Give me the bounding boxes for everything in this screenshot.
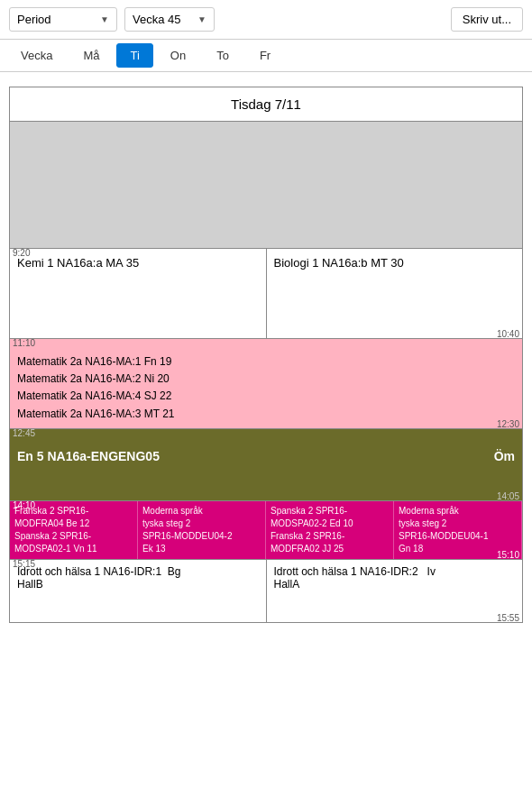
math-line-3: Matematik 2a NA16-MA:4 SJ 22 — [17, 388, 515, 405]
english-content: En 5 NA16a-ENGENG05 Öm — [17, 449, 515, 463]
day-tabs: Vecka Må Ti On To Fr — [0, 39, 532, 72]
row-idrott: 15:15 Idrott och hälsa 1 NA16-IDR:1 BgHa… — [10, 559, 522, 622]
lang-text-3: Spanska 2 SPR16-MODSPA02-2 Ed 10Franska … — [271, 506, 353, 554]
schedule: Tisdag 7/11 9:20 Kemi 1 NA16a:a MA 35 Bi… — [9, 87, 523, 623]
row-english[interactable]: 12:45 En 5 NA16a-ENGENG05 Öm 14:05 — [10, 428, 522, 500]
tab-ti[interactable]: Ti — [116, 43, 152, 68]
idrott-right[interactable]: Idrott och hälsa 1 NA16-IDR:2 IvHallA — [267, 560, 523, 622]
lang-text-2: Moderna språktyska steg 2SPR16-MODDEU04-… — [142, 506, 232, 554]
math-line-4: Matematik 2a NA16-MA:3 MT 21 — [17, 406, 515, 423]
lang-text-4: Moderna språktyska steg 2SPR16-MODDEU04-… — [399, 506, 488, 554]
time-1245: 12:45 — [13, 428, 35, 438]
lang-cell-3[interactable]: Spanska 2 SPR16-MODSPA02-2 Ed 10Franska … — [266, 501, 394, 559]
math-line-1: Matematik 2a NA16-MA:1 Fn 19 — [17, 353, 515, 371]
idrott-right-text: Idrott och hälsa 1 NA16-IDR:2 IvHallA — [274, 565, 436, 591]
tab-to[interactable]: To — [203, 43, 243, 68]
lang-cell-2[interactable]: Moderna språktyska steg 2SPR16-MODDEU04-… — [138, 501, 266, 559]
biologi-text: Biologi 1 NA16a:b MT 30 — [274, 256, 404, 270]
week-label: Vecka 45 — [133, 13, 181, 26]
tab-fr[interactable]: Fr — [246, 43, 284, 68]
time-920: 9:20 — [13, 248, 30, 258]
english-right: Öm — [494, 449, 515, 463]
time-1555: 15:55 — [497, 613, 519, 623]
english-left: En 5 NA16a-ENGENG05 — [17, 449, 160, 463]
math-line-2: Matematik 2a NA16-MA:2 Ni 20 — [17, 371, 515, 388]
morning-empty-block — [10, 122, 522, 248]
row-920: 9:20 Kemi 1 NA16a:a MA 35 Biologi 1 NA16… — [10, 248, 522, 338]
row-languages[interactable]: 14:10 Franska 2 SPR16-MODFRA04 Be 12Span… — [10, 500, 522, 559]
cell-kemi[interactable]: Kemi 1 NA16a:a MA 35 — [10, 249, 267, 338]
tab-ma[interactable]: Må — [69, 43, 113, 68]
time-1110: 11:10 — [13, 338, 35, 348]
period-dropdown-arrow: ▼ — [100, 14, 109, 24]
row-math[interactable]: 11:10 Matematik 2a NA16-MA:1 Fn 19 Matem… — [10, 338, 522, 428]
period-label: Period — [17, 13, 51, 26]
week-dropdown-arrow: ▼ — [197, 14, 206, 24]
tab-on[interactable]: On — [157, 43, 199, 68]
idrott-left[interactable]: Idrott och hälsa 1 NA16-IDR:1 BgHallB — [10, 560, 267, 622]
cell-biologi[interactable]: Biologi 1 NA16a:b MT 30 — [267, 249, 523, 338]
time-1515: 15:15 — [13, 559, 35, 569]
kemi-text: Kemi 1 NA16a:a MA 35 — [17, 256, 139, 270]
day-header: Tisdag 7/11 — [10, 87, 522, 122]
tab-vecka[interactable]: Vecka — [7, 43, 66, 68]
print-button[interactable]: Skriv ut... — [451, 7, 523, 32]
week-dropdown[interactable]: Vecka 45 ▼ — [124, 7, 215, 32]
time-1410: 14:10 — [13, 500, 35, 510]
top-bar: Period ▼ Vecka 45 ▼ Skriv ut... — [0, 0, 532, 39]
idrott-left-text: Idrott och hälsa 1 NA16-IDR:1 BgHallB — [17, 565, 180, 591]
period-dropdown[interactable]: Period ▼ — [9, 7, 117, 32]
lang-text-1: Franska 2 SPR16-MODFRA04 Be 12Spanska 2 … — [14, 506, 97, 554]
